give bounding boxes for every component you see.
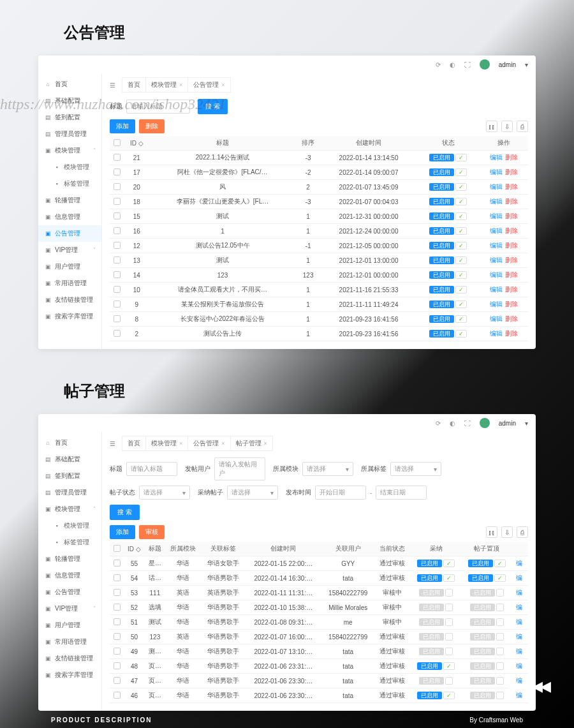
check-icon[interactable]: ✓	[455, 154, 467, 161]
check-icon[interactable]: ✓	[455, 212, 467, 220]
sidebar-item-search[interactable]: ▣搜索字库管理	[38, 667, 101, 683]
status-badge[interactable]: 已启用	[470, 692, 495, 699]
filter-adopt-select[interactable]: 请选择▾	[227, 486, 278, 500]
sidebar-item-module[interactable]: ▣模块管理˄	[38, 142, 101, 159]
theme-icon[interactable]: ◐	[450, 61, 455, 68]
check-icon[interactable]	[445, 648, 453, 655]
sidebar-sub-tag[interactable]: ▪标签管理	[38, 534, 101, 551]
check-icon[interactable]: ✓	[455, 242, 467, 249]
col-id[interactable]: ID ◇	[124, 136, 150, 151]
row-checkbox[interactable]	[114, 633, 121, 640]
row-checkbox[interactable]	[114, 330, 121, 337]
sidebar-item-basecfg[interactable]: ▤基础配置	[38, 93, 101, 109]
search-button[interactable]: 搜 索	[198, 99, 228, 114]
status-badge[interactable]: 已启用	[470, 648, 495, 655]
add-button[interactable]: 添加	[110, 525, 135, 539]
status-badge[interactable]: 已启用	[417, 574, 442, 582]
status-badge[interactable]: 已启用	[429, 227, 454, 235]
refresh-icon[interactable]: ⟳	[436, 61, 441, 68]
print-icon[interactable]: ⎙	[517, 121, 528, 132]
status-badge[interactable]: 已启用	[470, 604, 495, 611]
close-icon[interactable]: ×	[179, 440, 182, 447]
status-badge[interactable]: 已启用	[429, 183, 454, 191]
row-checkbox[interactable]	[114, 618, 121, 625]
status-badge[interactable]: 已启用	[429, 301, 454, 308]
status-badge[interactable]: 已启用	[470, 677, 495, 685]
row-checkbox[interactable]	[114, 242, 121, 249]
row-checkbox[interactable]	[114, 662, 121, 669]
row-checkbox[interactable]	[114, 271, 121, 278]
sidebar-item-user[interactable]: ▣用户管理	[38, 617, 101, 634]
theme-icon[interactable]: ◐	[450, 420, 455, 427]
admin-name[interactable]: admin	[499, 61, 516, 68]
search-button[interactable]: 搜 索	[110, 505, 140, 520]
check-icon[interactable]: ✓	[455, 198, 467, 205]
check-icon[interactable]: ✓	[443, 574, 455, 582]
refresh-icon[interactable]: ⟳	[436, 420, 441, 427]
check-icon[interactable]: ✓	[455, 315, 467, 323]
filter-module-select[interactable]: 请选择▾	[302, 462, 353, 476]
edit-link[interactable]: 编辑	[490, 212, 503, 219]
check-icon[interactable]: ✓	[443, 692, 455, 699]
edit-link[interactable]: 编辑	[490, 315, 503, 322]
avatar[interactable]	[480, 59, 490, 70]
edit-link[interactable]: 编辑	[490, 301, 503, 308]
row-checkbox[interactable]	[114, 604, 121, 611]
tab-post[interactable]: 帖子管理×	[230, 436, 273, 451]
sidebar-item-carousel[interactable]: ▣轮播管理	[38, 192, 101, 209]
edit-link[interactable]: 编	[516, 560, 522, 567]
delete-link[interactable]: 删除	[505, 154, 518, 161]
row-checkbox[interactable]	[114, 574, 121, 581]
close-icon[interactable]: ×	[221, 440, 224, 447]
check-icon[interactable]	[496, 692, 504, 699]
status-badge[interactable]: 已启用	[419, 604, 444, 611]
status-badge[interactable]: 已启用	[468, 560, 493, 567]
sidebar-sub-tag[interactable]: ▪标签管理	[38, 175, 101, 192]
admin-name[interactable]: admin	[499, 420, 516, 427]
sidebar-item-notice[interactable]: ▣公告管理	[38, 225, 101, 242]
sidebar-item-module[interactable]: ▣模块管理˄	[38, 501, 101, 517]
edit-link[interactable]: 编辑	[490, 168, 503, 175]
tab-module[interactable]: 模块管理×	[145, 77, 188, 93]
col-id[interactable]: ID ◇	[124, 542, 145, 556]
check-icon[interactable]	[445, 589, 453, 597]
edit-link[interactable]: 编辑	[490, 227, 503, 234]
filter-status-select[interactable]: 请选择▾	[139, 486, 190, 500]
edit-link[interactable]: 编	[516, 633, 522, 640]
check-icon[interactable]: ✓	[455, 227, 467, 235]
edit-link[interactable]: 编辑	[490, 330, 503, 337]
sidebar-item-signin[interactable]: ▤签到配置	[38, 468, 101, 484]
row-checkbox[interactable]	[114, 589, 121, 596]
status-badge[interactable]: 已启用	[470, 618, 495, 626]
delete-link[interactable]: 删除	[505, 212, 518, 219]
check-icon[interactable]	[445, 618, 453, 626]
export-icon[interactable]: ⇩	[501, 526, 513, 538]
status-badge[interactable]: 已启用	[429, 330, 454, 338]
close-icon[interactable]: ×	[221, 82, 224, 88]
check-icon[interactable]	[445, 633, 453, 641]
status-badge[interactable]: 已启用	[419, 633, 444, 641]
status-badge[interactable]: 已启用	[419, 648, 444, 655]
sidebar-item-vip[interactable]: ▣VIP管理˅	[38, 600, 101, 617]
edit-link[interactable]: 编辑	[490, 154, 503, 161]
sidebar-item-info[interactable]: ▣信息管理	[38, 209, 101, 225]
sidebar-item-link[interactable]: ▣友情链接管理	[38, 650, 101, 667]
check-icon[interactable]: ✓	[455, 301, 467, 308]
check-icon[interactable]: ✓	[455, 271, 467, 279]
review-button[interactable]: 审核	[139, 525, 165, 539]
checkbox-all[interactable]	[114, 139, 121, 146]
row-checkbox[interactable]	[114, 648, 121, 655]
status-badge[interactable]: 已启用	[429, 256, 454, 264]
sidebar-item-home[interactable]: ⌂首页	[38, 76, 101, 93]
status-badge[interactable]: 已启用	[470, 589, 495, 597]
tab-module[interactable]: 模块管理×	[145, 436, 188, 451]
delete-button[interactable]: 删除	[139, 119, 165, 133]
check-icon[interactable]	[496, 589, 504, 597]
sidebar-item-basecfg[interactable]: ▤基础配置	[38, 451, 101, 468]
sidebar-sub-module[interactable]: ▪模块管理	[38, 159, 101, 175]
status-badge[interactable]: 已启用	[470, 662, 495, 670]
status-badge[interactable]: 已启用	[417, 560, 442, 567]
edit-link[interactable]: 编辑	[490, 271, 503, 278]
edit-link[interactable]: 编	[516, 589, 522, 596]
sidebar-item-link[interactable]: ▣友情链接管理	[38, 292, 101, 308]
